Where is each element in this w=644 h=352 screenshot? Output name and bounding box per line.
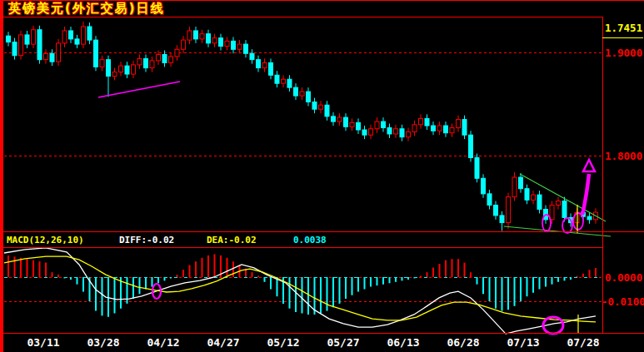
price-gridline-label-2: 1.8000 <box>605 150 644 162</box>
chart-window: 英镑美元(外汇交易)日线 1.7451 1.9000 1.8000 0.0000… <box>0 0 644 352</box>
date-label: 03/28 <box>80 336 127 349</box>
date-axis: 03/1103/2804/1204/2705/1205/2706/1306/28… <box>0 336 644 352</box>
date-label: 04/12 <box>140 336 187 349</box>
chart-canvas[interactable] <box>0 0 644 352</box>
date-label: 05/12 <box>260 336 307 349</box>
last-price-label: 1.7451 <box>605 22 644 34</box>
diff-line <box>4 248 596 334</box>
macd-diff-value: DIFF:-0.02 <box>119 235 174 245</box>
price-gridlines <box>4 53 602 156</box>
date-label: 07/28 <box>560 336 607 349</box>
macd-bar-value: 0.0038 <box>293 235 327 245</box>
macd-indicator-name: MACD(12,26,10) <box>7 235 84 245</box>
macd-gridlines <box>4 278 602 302</box>
date-label: 03/11 <box>20 336 67 349</box>
chart-title: 英镑美元(外汇交易)日线 <box>8 1 165 17</box>
date-label: 06/28 <box>440 336 487 349</box>
macd-axis-label-neg: -0.0100 <box>602 295 642 308</box>
date-label: 07/13 <box>500 336 547 349</box>
macd-dea-value: DEA:-0.02 <box>207 235 257 245</box>
annotations <box>98 82 611 334</box>
date-label: 05/27 <box>320 336 367 349</box>
macd-axis-label-zero: 0.0000 <box>605 271 644 284</box>
date-label: 06/13 <box>380 336 427 349</box>
dea-line <box>4 256 596 322</box>
price-gridline-label-1: 1.9000 <box>605 47 644 59</box>
macd-histogram <box>8 254 596 316</box>
date-label: 04/27 <box>200 336 247 349</box>
